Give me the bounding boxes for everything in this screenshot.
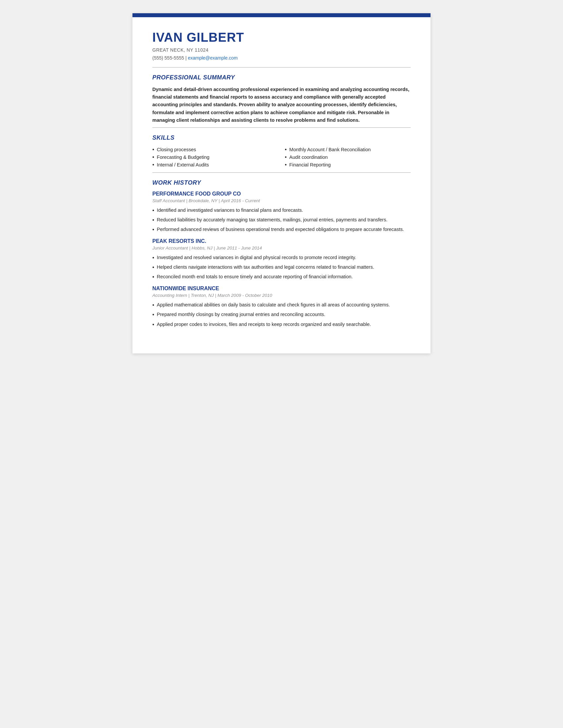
candidate-name: IVAN GILBERT (152, 30, 411, 45)
bullet-icon: • (152, 146, 154, 153)
bullet-text: Reconciled month end totals to ensure ti… (157, 273, 353, 281)
bullet-text: Investigated and resolved variances in d… (157, 254, 356, 261)
company-name-pfg: PERFORMANCE FOOD GROUP CO (152, 191, 411, 197)
header-section: IVAN GILBERT GREAT NECK, NY 11024 (555) … (132, 17, 431, 67)
list-item: • Investigated and resolved variances in… (152, 254, 411, 261)
job-entry-peak: PEAK RESORTS INC. Junior Accountant | Ho… (152, 238, 411, 281)
skill-label: Internal / External Audits (157, 161, 209, 169)
skill-item-forecasting: • Forecasting & Budgeting (152, 154, 278, 161)
skills-title: SKILLS (152, 134, 411, 141)
job-meta-pfg: Staff Accountant | Brookdale, NY | April… (152, 198, 411, 203)
bullet-icon: • (152, 154, 154, 161)
bullet-text: Performed advanced reviews of business o… (157, 226, 404, 233)
skill-item-financial-reporting: • Financial Reporting (285, 161, 411, 169)
candidate-address: GREAT NECK, NY 11024 (152, 47, 411, 53)
job-bullets-pfg: • Identified and investigated variances … (152, 206, 411, 234)
bullet-icon: • (285, 161, 287, 168)
skill-label: Audit coordination (290, 154, 328, 161)
job-meta-nationwide: Accounting Intern | Trenton, NJ | March … (152, 293, 411, 298)
bullet-text: Prepared monthly closings by creating jo… (157, 311, 326, 318)
list-item: • Performed advanced reviews of business… (152, 226, 411, 233)
bullet-icon: • (152, 161, 154, 168)
list-item: • Applied mathematical abilities on dail… (152, 301, 411, 309)
bullet-icon: • (152, 216, 154, 224)
work-history-title: WORK HISTORY (152, 179, 411, 186)
skill-label: Monthly Account / Bank Reconciliation (290, 146, 371, 154)
list-item: • Helped clients navigate interactions w… (152, 263, 411, 271)
job-meta-peak: Junior Accountant | Hobbs, NJ | June 201… (152, 246, 411, 250)
professional-summary-title: PROFESSIONAL SUMMARY (152, 74, 411, 81)
skill-item-audit-coord: • Audit coordination (285, 154, 411, 161)
bullet-icon: • (152, 254, 154, 261)
skill-item-audits: • Internal / External Audits (152, 161, 278, 169)
list-item: • Prepared monthly closings by creating … (152, 311, 411, 318)
list-item: • Reconciled month end totals to ensure … (152, 273, 411, 281)
list-item: • Applied proper codes to invoices, file… (152, 321, 411, 328)
bullet-text: Reduced liabilities by accurately managi… (157, 216, 388, 224)
bullet-icon: • (152, 321, 154, 328)
skills-right-column: • Monthly Account / Bank Reconciliation … (285, 146, 411, 169)
work-history-section: WORK HISTORY PERFORMANCE FOOD GROUP CO S… (132, 173, 431, 334)
bullet-icon: • (152, 273, 154, 281)
resume-document: IVAN GILBERT GREAT NECK, NY 11024 (555) … (132, 13, 431, 353)
bullet-text: Identified and investigated variances to… (157, 206, 304, 214)
job-bullets-peak: • Investigated and resolved variances in… (152, 254, 411, 281)
skill-item-reconciliation: • Monthly Account / Bank Reconciliation (285, 146, 411, 154)
candidate-contact: (555) 555-5555 | example@example.com (152, 55, 411, 61)
job-bullets-nationwide: • Applied mathematical abilities on dail… (152, 301, 411, 328)
job-entry-nationwide: NATIONWIDE INSURANCE Accounting Intern |… (152, 286, 411, 328)
bullet-icon: • (152, 207, 154, 214)
bullet-icon: • (152, 311, 154, 318)
bullet-icon: • (285, 146, 287, 153)
list-item: • Reduced liabilities by accurately mana… (152, 216, 411, 224)
company-name-peak: PEAK RESORTS INC. (152, 238, 411, 244)
company-name-nationwide: NATIONWIDE INSURANCE (152, 286, 411, 292)
professional-summary-text: Dynamic and detail-driven accounting pro… (152, 86, 411, 124)
skills-section: SKILLS • Closing processes • Forecasting… (132, 128, 431, 172)
bullet-icon: • (152, 226, 154, 233)
professional-summary-section: PROFESSIONAL SUMMARY Dynamic and detail-… (132, 68, 431, 127)
job-entry-pfg: PERFORMANCE FOOD GROUP CO Staff Accounta… (152, 191, 411, 234)
bullet-icon: • (152, 301, 154, 309)
top-accent-bar (132, 13, 431, 17)
bullet-icon: • (285, 154, 287, 161)
candidate-email[interactable]: example@example.com (188, 55, 237, 61)
bullet-text: Helped clients navigate interactions wit… (157, 263, 374, 271)
skill-label: Closing processes (157, 146, 196, 154)
skill-label: Financial Reporting (290, 161, 331, 169)
skill-item-closing: • Closing processes (152, 146, 278, 154)
skill-label: Forecasting & Budgeting (157, 154, 210, 161)
skills-left-column: • Closing processes • Forecasting & Budg… (152, 146, 278, 169)
bullet-icon: • (152, 264, 154, 271)
list-item: • Identified and investigated variances … (152, 206, 411, 214)
bullet-text: Applied mathematical abilities on daily … (157, 301, 390, 309)
candidate-phone: (555) 555-5555 (152, 55, 184, 61)
bullet-text: Applied proper codes to invoices, files … (157, 321, 371, 328)
skills-grid: • Closing processes • Forecasting & Budg… (152, 146, 411, 169)
